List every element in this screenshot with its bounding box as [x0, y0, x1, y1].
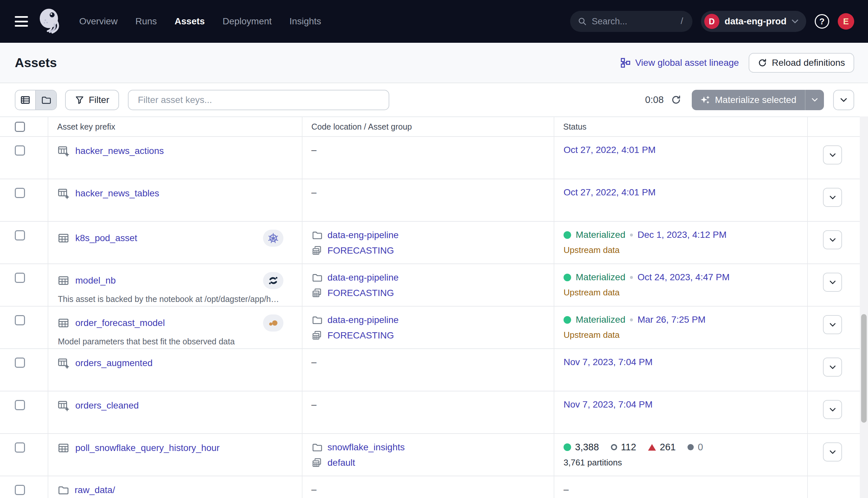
- row-checkbox[interactable]: [15, 145, 25, 156]
- compute-kind-badge: [263, 314, 283, 331]
- code-location-link[interactable]: data-eng-pipeline: [328, 272, 399, 283]
- row-expand-button[interactable]: [823, 273, 842, 292]
- kubernetes-icon: [267, 232, 279, 244]
- materialization-date-link[interactable]: Nov 7, 2023, 7:04 PM: [563, 357, 653, 367]
- asset-group-link[interactable]: default: [328, 458, 355, 468]
- materialization-date-link[interactable]: Oct 24, 2023, 4:47 PM: [638, 272, 730, 283]
- row-checkbox[interactable]: [15, 315, 25, 325]
- nav-item-overview[interactable]: Overview: [79, 16, 118, 27]
- code-location-link[interactable]: snowflake_insights: [328, 442, 405, 453]
- table-row: model_nb This asset is backed by the not…: [0, 264, 868, 306]
- reload-definitions-button[interactable]: Reload definitions: [749, 53, 854, 73]
- asset-group-link[interactable]: FORECASTING: [328, 330, 394, 341]
- table-header-row: Asset key prefix Code location / Asset g…: [0, 117, 868, 137]
- chevron-down-icon: [829, 196, 836, 199]
- row-checkbox[interactable]: [15, 230, 25, 240]
- chevron-down-icon: [829, 323, 836, 327]
- materialization-date-link[interactable]: Oct 27, 2022, 4:01 PM: [563, 187, 656, 197]
- chevron-down-icon: [829, 365, 836, 369]
- row-checkbox[interactable]: [15, 400, 25, 410]
- asset-key-link[interactable]: orders_augmented: [75, 358, 152, 368]
- asset-group-link[interactable]: FORECASTING: [328, 245, 394, 256]
- row-expand-button[interactable]: [823, 145, 842, 165]
- row-checkbox[interactable]: [15, 273, 25, 283]
- asset-key-link[interactable]: k8s_pod_asset: [75, 233, 137, 244]
- row-checkbox[interactable]: [15, 485, 25, 495]
- folder-icon: [311, 230, 322, 241]
- nav-item-assets[interactable]: Assets: [175, 16, 205, 27]
- asset-key-link[interactable]: hacker_news_tables: [75, 188, 159, 199]
- asset-group-link[interactable]: FORECASTING: [328, 288, 394, 298]
- code-location-link[interactable]: data-eng-pipeline: [328, 230, 399, 240]
- directory-view-toggle[interactable]: [36, 90, 56, 109]
- select-all-checkbox[interactable]: [15, 122, 25, 132]
- asset-key-link[interactable]: orders_cleaned: [75, 400, 139, 411]
- row-expand-button[interactable]: [823, 442, 842, 461]
- materialization-date-link[interactable]: Nov 7, 2023, 7:04 PM: [563, 399, 653, 409]
- asset-table-icon: [57, 317, 70, 329]
- chevron-down-icon: [840, 98, 847, 102]
- chevron-down-icon: [829, 408, 836, 411]
- materialize-selected-button[interactable]: Materialize selected: [692, 90, 824, 110]
- row-expand-button[interactable]: [823, 400, 842, 419]
- flat-view-toggle[interactable]: [15, 90, 36, 109]
- table-row: poll_snowflake_query_history_hour snowfl…: [0, 434, 868, 476]
- hamburger-menu-icon[interactable]: [15, 16, 28, 27]
- more-actions-button[interactable]: [833, 90, 854, 110]
- asset-key-link[interactable]: model_nb: [75, 275, 116, 286]
- dagster-logo: [37, 7, 65, 36]
- upstream-data-note: Upstream data: [563, 288, 807, 298]
- materialization-date-link[interactable]: Oct 27, 2022, 4:01 PM: [563, 145, 656, 155]
- materialized-count-dot: [563, 443, 571, 451]
- filter-asset-keys-input[interactable]: [128, 90, 389, 110]
- asset-group-icon: [311, 288, 322, 299]
- search-input[interactable]: [570, 11, 692, 32]
- asset-group-table-icon: [57, 145, 70, 157]
- filter-button[interactable]: Filter: [65, 90, 119, 110]
- table-row: orders_augmented – Nov 7, 2023, 7:04 PM: [0, 349, 868, 391]
- asset-key-link[interactable]: poll_snowflake_query_history_hour: [75, 443, 219, 453]
- nav-item-deployment[interactable]: Deployment: [223, 16, 271, 27]
- asset-key-link[interactable]: order_forecast_model: [75, 318, 165, 328]
- nav-item-insights[interactable]: Insights: [289, 16, 321, 27]
- nav-items: Overview Runs Assets Deployment Insights: [79, 16, 321, 27]
- nav-item-runs[interactable]: Runs: [135, 16, 157, 27]
- chevron-down-icon: [792, 19, 798, 23]
- table-row: hacker_news_tables – Oct 27, 2022, 4:01 …: [0, 179, 868, 222]
- scrollbar-track[interactable]: [860, 116, 868, 498]
- materialized-dot: [563, 316, 571, 324]
- row-expand-button[interactable]: [823, 230, 842, 249]
- refresh-button[interactable]: [671, 95, 681, 105]
- user-avatar[interactable]: E: [838, 13, 854, 30]
- row-checkbox[interactable]: [15, 442, 25, 453]
- row-expand-button[interactable]: [823, 315, 842, 334]
- chevron-down-icon: [829, 450, 836, 454]
- upstream-data-note: Upstream data: [563, 245, 807, 255]
- refresh-icon: [671, 95, 681, 105]
- row-expand-button[interactable]: [823, 357, 842, 377]
- workspace-switcher[interactable]: D data-eng-prod: [701, 11, 806, 32]
- row-checkbox[interactable]: [15, 188, 25, 198]
- code-location-link[interactable]: data-eng-pipeline: [328, 315, 399, 325]
- materialize-options-caret[interactable]: [805, 90, 824, 110]
- asset-group-icon: [311, 245, 322, 256]
- empty-location: –: [311, 484, 317, 494]
- asset-key-link[interactable]: raw_data/: [75, 485, 115, 495]
- partition-counts: 3,388 112 261 0: [563, 442, 807, 453]
- help-button[interactable]: ?: [815, 14, 829, 29]
- table-row: hacker_news_actions – Oct 27, 2022, 4:01…: [0, 137, 868, 179]
- asset-key-link[interactable]: hacker_news_actions: [75, 146, 164, 156]
- missing-count-dot: [687, 444, 694, 450]
- view-global-asset-lineage-link[interactable]: View global asset lineage: [620, 57, 739, 68]
- scrollbar-thumb[interactable]: [861, 314, 867, 423]
- materialization-date-link[interactable]: Dec 1, 2023, 4:12 PM: [638, 230, 726, 240]
- row-checkbox[interactable]: [15, 357, 25, 368]
- materialized-dot: [563, 274, 571, 281]
- list-view-icon: [20, 95, 30, 105]
- folder-icon: [57, 484, 69, 496]
- row-expand-button[interactable]: [823, 188, 842, 207]
- materialization-date-link[interactable]: Mar 26, 7:25 PM: [638, 314, 706, 325]
- folder-icon: [311, 272, 322, 283]
- missing-count: 0: [698, 442, 703, 453]
- funnel-icon: [75, 95, 84, 105]
